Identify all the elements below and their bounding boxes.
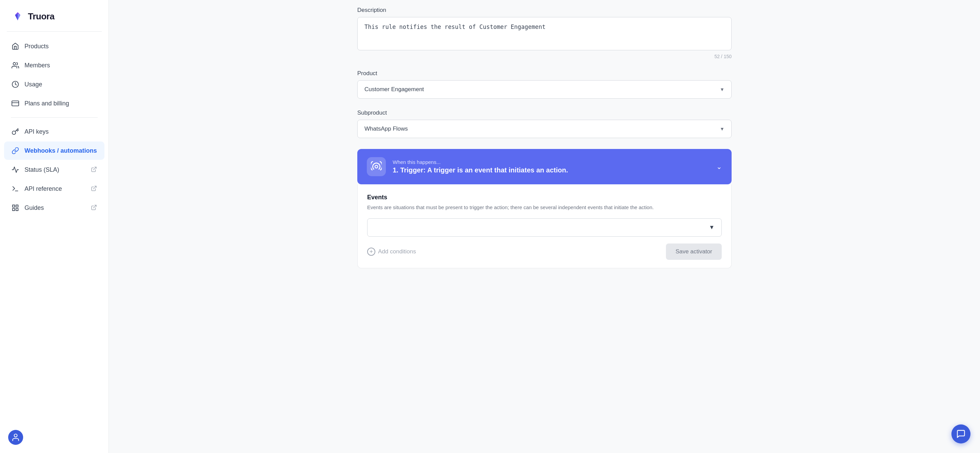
- add-conditions-label: Add conditions: [378, 248, 416, 255]
- sidebar-item-plans-billing-label: Plans and billing: [24, 100, 69, 107]
- sidebar-item-webhooks[interactable]: Webhooks / automations: [4, 141, 105, 160]
- webhooks-icon: [11, 146, 20, 155]
- home-icon: [11, 42, 20, 51]
- external-link-icon-guides: [91, 204, 98, 211]
- api-ref-icon: [11, 184, 20, 193]
- api-icon: [11, 127, 20, 136]
- status-icon: [11, 165, 20, 174]
- user-avatar[interactable]: [8, 430, 23, 445]
- sidebar-divider-top: [7, 31, 102, 32]
- subproduct-field-group: Subproduct WhatsApp Flows ▼: [357, 110, 732, 138]
- add-conditions-button[interactable]: + Add conditions: [367, 248, 416, 256]
- sidebar-item-products[interactable]: Products: [4, 37, 105, 56]
- save-activator-button[interactable]: Save activator: [666, 243, 722, 260]
- events-select[interactable]: ▼: [367, 218, 722, 237]
- sidebar-item-products-label: Products: [24, 43, 49, 50]
- subproduct-label: Subproduct: [357, 110, 732, 116]
- svg-rect-11: [13, 208, 14, 210]
- product-select-value: Customer Engagement: [364, 86, 424, 93]
- plus-circle-icon: +: [367, 248, 375, 256]
- sidebar-item-api-reference[interactable]: API reference: [4, 180, 105, 198]
- svg-line-7: [94, 186, 96, 189]
- sidebar-item-api-keys[interactable]: API keys: [4, 122, 105, 141]
- svg-rect-8: [13, 205, 14, 207]
- usage-icon: [11, 80, 20, 89]
- sidebar-item-status-sla[interactable]: Status (SLA): [4, 161, 105, 179]
- svg-point-1: [13, 63, 16, 65]
- sidebar-item-usage[interactable]: Usage: [4, 75, 105, 94]
- svg-line-12: [94, 205, 96, 208]
- events-description: Events are situations that must be prese…: [367, 204, 722, 211]
- sidebar: Truora Products Membe: [0, 0, 109, 453]
- brand-name: Truora: [28, 11, 54, 22]
- svg-rect-10: [16, 208, 18, 210]
- sidebar-item-webhooks-label: Webhooks / automations: [24, 147, 97, 154]
- char-count: 52 / 150: [357, 54, 732, 59]
- guides-icon: [11, 203, 20, 212]
- sidebar-item-status-sla-label: Status (SLA): [24, 166, 59, 173]
- description-field-group: Description This rule notifies the resul…: [357, 7, 732, 59]
- subproduct-chevron-icon: ▼: [720, 126, 724, 132]
- description-textarea[interactable]: This rule notifies the result of Custome…: [357, 17, 732, 50]
- product-field-group: Product Customer Engagement ▼: [357, 70, 732, 99]
- trigger-text: When this happens... 1. Trigger: A trigg…: [393, 159, 710, 174]
- billing-icon: [11, 99, 20, 108]
- sidebar-item-members[interactable]: Members: [4, 56, 105, 75]
- webhook-trigger-icon: [371, 161, 382, 172]
- subproduct-select[interactable]: WhatsApp Flows ▼: [357, 120, 732, 138]
- chat-icon: [956, 429, 966, 439]
- events-title: Events: [367, 194, 722, 201]
- external-link-icon-api-ref: [91, 185, 98, 192]
- sidebar-item-guides[interactable]: Guides: [4, 199, 105, 217]
- events-section: Events Events are situations that must b…: [357, 184, 732, 268]
- truora-logo-icon: [11, 10, 24, 23]
- chat-bubble-button[interactable]: [951, 424, 970, 443]
- trigger-subtitle: When this happens...: [393, 159, 710, 165]
- product-label: Product: [357, 70, 732, 77]
- sidebar-item-usage-label: Usage: [24, 81, 42, 88]
- sidebar-nav: Products Members Usage: [0, 37, 108, 424]
- main-content: Description This rule notifies the resul…: [109, 0, 980, 453]
- sidebar-item-plans-billing[interactable]: Plans and billing: [4, 94, 105, 113]
- members-icon: [11, 61, 20, 70]
- subproduct-select-value: WhatsApp Flows: [364, 126, 408, 132]
- form-section: Description This rule notifies the resul…: [357, 0, 732, 268]
- svg-rect-3: [12, 101, 19, 106]
- external-link-icon-status: [91, 166, 98, 173]
- trigger-section: When this happens... 1. Trigger: A trigg…: [357, 149, 732, 268]
- description-label: Description: [357, 7, 732, 14]
- product-select[interactable]: Customer Engagement ▼: [357, 80, 732, 99]
- svg-line-5: [94, 167, 96, 170]
- logo-area[interactable]: Truora: [0, 0, 108, 31]
- svg-point-14: [375, 165, 378, 168]
- trigger-title: 1. Trigger: A trigger is an event that i…: [393, 166, 710, 174]
- svg-point-13: [14, 434, 18, 437]
- trigger-card[interactable]: When this happens... 1. Trigger: A trigg…: [357, 149, 732, 184]
- sidebar-bottom: [0, 424, 108, 453]
- svg-rect-9: [16, 205, 18, 207]
- sidebar-item-guides-label: Guides: [24, 204, 44, 211]
- events-chevron-icon: ▼: [709, 224, 714, 231]
- sidebar-item-members-label: Members: [24, 62, 50, 69]
- product-chevron-icon: ▼: [720, 87, 724, 92]
- events-footer: + Add conditions Save activator: [367, 243, 722, 260]
- sidebar-item-api-keys-label: API keys: [24, 128, 49, 135]
- sidebar-divider-mid: [11, 117, 98, 118]
- trigger-icon-wrap: [367, 157, 386, 176]
- trigger-chevron-icon: ⌄: [716, 162, 722, 171]
- sidebar-item-api-reference-label: API reference: [24, 185, 62, 192]
